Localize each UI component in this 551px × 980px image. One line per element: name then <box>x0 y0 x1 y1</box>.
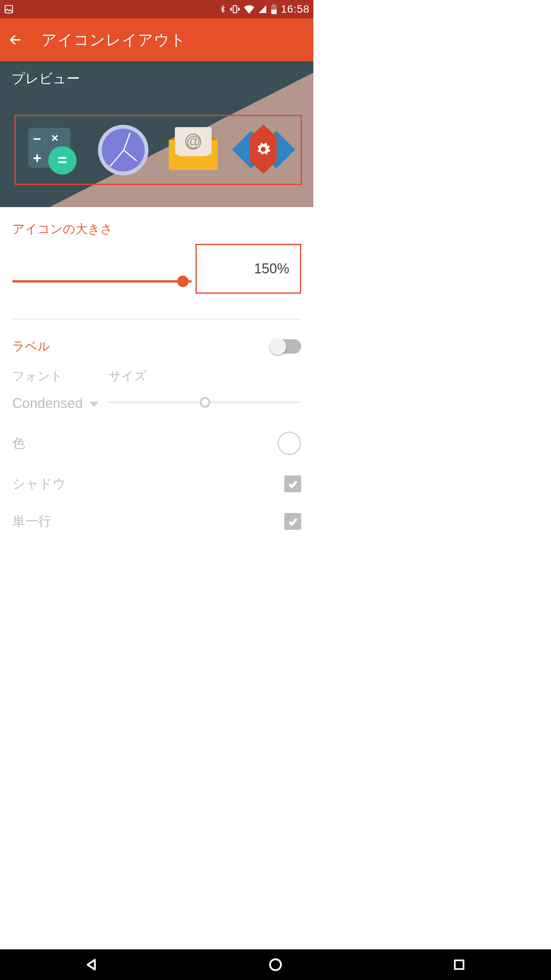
bluetooth-icon <box>219 4 227 15</box>
svg-rect-0 <box>5 5 13 13</box>
battery-icon: 57 <box>270 4 278 15</box>
single-line-label: 単一行 <box>12 513 284 530</box>
labels-toggle-knob <box>269 338 286 355</box>
icon-size-slider[interactable] <box>12 280 192 283</box>
chevron-down-icon <box>90 402 99 407</box>
status-bar: 57 16:58 <box>0 0 313 18</box>
icon-size-title: アイコンの大きさ <box>12 207 301 238</box>
shadow-label: シャドウ <box>12 475 284 493</box>
font-dropdown-value: Condensed <box>12 395 83 412</box>
page-title: アイコンレイアウト <box>41 29 186 51</box>
color-label: 色 <box>12 434 277 452</box>
icon-size-value: 150% <box>196 244 301 294</box>
vibrate-icon <box>230 4 240 15</box>
battery-level-label: 57 <box>270 7 278 11</box>
arrow-left-icon <box>8 33 22 47</box>
app-icon-clock <box>96 123 150 177</box>
single-line-row[interactable]: 単一行 <box>12 513 301 530</box>
settings-panel: アイコンの大きさ 150% ラベル フォント Condensed サイズ <box>0 207 313 530</box>
color-row[interactable]: 色 <box>12 431 301 455</box>
labels-title: ラベル <box>12 338 271 355</box>
label-size-slider-thumb[interactable] <box>200 397 210 408</box>
action-bar: アイコンレイアウト <box>0 18 313 61</box>
icon-size-row: 150% <box>12 248 301 310</box>
app-icon-calculator: −×+ = <box>26 123 80 177</box>
label-size-label: サイズ <box>109 368 301 385</box>
preview-label: プレビュー <box>0 61 313 96</box>
icon-size-slider-thumb[interactable] <box>177 276 189 287</box>
check-icon <box>287 516 298 527</box>
font-dropdown[interactable]: Condensed <box>12 395 96 412</box>
check-icon <box>287 478 298 490</box>
app-icon-email: @ <box>166 123 220 177</box>
signal-icon <box>258 5 267 14</box>
shadow-row[interactable]: シャドウ <box>12 475 301 493</box>
font-label: フォント <box>12 368 96 385</box>
color-swatch[interactable] <box>277 431 301 455</box>
divider <box>12 319 301 320</box>
single-line-checkbox[interactable] <box>284 513 301 530</box>
label-size-slider[interactable] <box>109 402 301 403</box>
preview-icon-row: −×+ = @ <box>15 115 302 185</box>
labels-toggle[interactable] <box>271 339 301 354</box>
app-icon-nova-settings <box>237 123 290 177</box>
back-button[interactable] <box>6 31 24 49</box>
svg-rect-3 <box>272 4 275 6</box>
clock-label: 16:58 <box>281 3 310 15</box>
preview-panel: プレビュー −×+ = @ <box>0 61 313 207</box>
shadow-checkbox[interactable] <box>284 475 301 492</box>
picture-icon <box>4 4 14 14</box>
wifi-icon <box>243 5 255 14</box>
gear-icon <box>256 142 271 157</box>
svg-rect-1 <box>233 6 236 13</box>
